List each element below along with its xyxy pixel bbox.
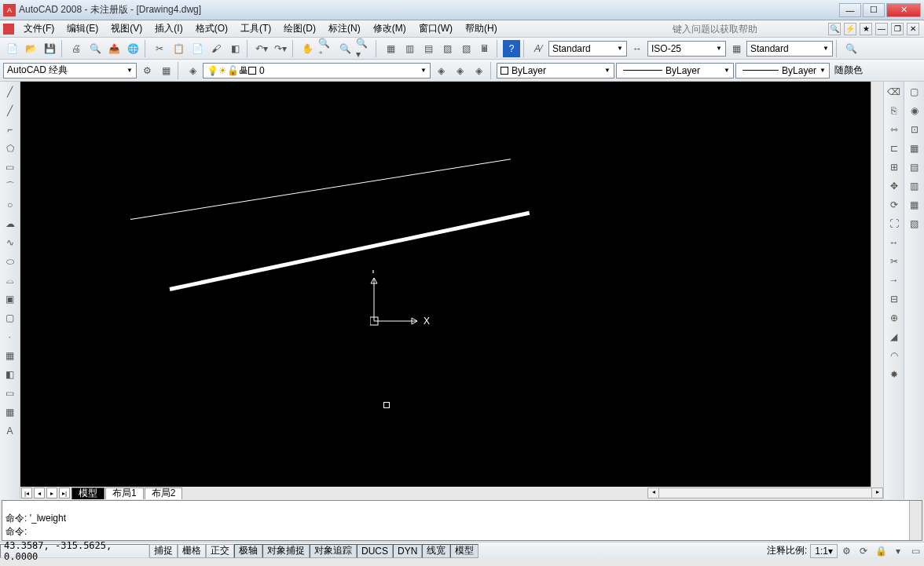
undo-button[interactable]: ↶▾ bbox=[253, 40, 270, 57]
tablestyle-combo[interactable]: Standard▼ bbox=[746, 41, 833, 57]
circle-tool[interactable]: ○ bbox=[2, 196, 19, 214]
palette-3[interactable]: ▦ bbox=[906, 196, 923, 214]
palette-2[interactable]: ▥ bbox=[906, 177, 923, 195]
array-tool[interactable]: ⊞ bbox=[886, 159, 903, 176]
lineweight-combo[interactable]: ByLayer▼ bbox=[735, 63, 830, 79]
tp-button[interactable]: ▤ bbox=[420, 40, 437, 57]
revcloud-tool[interactable]: ☁ bbox=[2, 215, 19, 232]
calc-button[interactable]: 🖩 bbox=[476, 40, 493, 57]
status-lock-button[interactable]: 🔒 bbox=[872, 542, 889, 560]
grid-toggle[interactable]: 栅格 bbox=[178, 544, 206, 558]
ssm-button[interactable]: ▨ bbox=[438, 40, 456, 57]
rotate-tool[interactable]: ⟳ bbox=[886, 196, 903, 214]
insert-tool[interactable]: ▣ bbox=[2, 290, 19, 308]
doc-restore-button[interactable]: ❐ bbox=[891, 23, 904, 35]
dimstyle-icon[interactable]: ↔ bbox=[629, 40, 646, 57]
textstyle-combo[interactable]: Standard▼ bbox=[548, 41, 627, 57]
scale-tool[interactable]: ⛶ bbox=[886, 215, 903, 232]
menu-window[interactable]: 窗口(W) bbox=[412, 20, 459, 37]
region-tool[interactable]: ▭ bbox=[2, 385, 19, 402]
rect-tool[interactable]: ▭ bbox=[2, 159, 19, 176]
tab-first[interactable]: |◂ bbox=[21, 487, 32, 498]
layer-states-button[interactable]: ◈ bbox=[432, 62, 449, 79]
pan-button[interactable]: ✋ bbox=[299, 40, 316, 57]
menu-help[interactable]: 帮助(H) bbox=[459, 20, 504, 37]
extend-tool[interactable]: → bbox=[886, 272, 903, 289]
menu-edit[interactable]: 编辑(E) bbox=[60, 20, 104, 37]
tab-model[interactable]: 模型 bbox=[72, 487, 104, 499]
tab-next[interactable]: ▸ bbox=[46, 487, 57, 498]
publish-button[interactable]: 📤 bbox=[105, 40, 123, 57]
copy-tool[interactable]: ⎘ bbox=[886, 102, 903, 119]
tab-prev[interactable]: ◂ bbox=[34, 487, 45, 498]
menu-dim[interactable]: 标注(N) bbox=[322, 20, 367, 37]
redo-button[interactable]: ↷▾ bbox=[272, 40, 289, 57]
zoom-window-button[interactable]: 🔍▾ bbox=[355, 40, 372, 57]
hatch-tool[interactable]: ▦ bbox=[2, 347, 19, 364]
block-tool[interactable]: ▢ bbox=[2, 309, 19, 327]
tablestyle-icon[interactable]: ▦ bbox=[728, 40, 745, 57]
zoom-rt-button[interactable]: 🔍⁺ bbox=[317, 40, 335, 57]
color-combo[interactable]: ByLayer▼ bbox=[497, 63, 614, 79]
annoscale-combo[interactable]: 1:1 ▾ bbox=[810, 544, 838, 558]
minimize-button[interactable]: — bbox=[839, 3, 861, 17]
help-button[interactable]: ? bbox=[503, 40, 520, 57]
layer-prev-button[interactable]: ◈ bbox=[451, 62, 468, 79]
preview-button[interactable]: 🔍 bbox=[86, 40, 104, 57]
explode-tool[interactable]: ✸ bbox=[886, 366, 903, 383]
star-icon[interactable]: ★ bbox=[860, 23, 872, 35]
close-button[interactable]: ✕ bbox=[886, 3, 921, 17]
coordinates-readout[interactable]: 43.3587, -315.5625, 0.0000 bbox=[0, 544, 149, 558]
otrack-toggle[interactable]: 对象追踪 bbox=[310, 544, 357, 558]
palette-4[interactable]: ▧ bbox=[906, 215, 923, 232]
block-button[interactable]: ◧ bbox=[226, 40, 244, 57]
vscrollbar[interactable] bbox=[871, 82, 883, 487]
polygon-tool[interactable]: ⬠ bbox=[2, 140, 19, 157]
erase-tool[interactable]: ⌫ bbox=[886, 83, 903, 100]
menu-format[interactable]: 格式(O) bbox=[189, 20, 234, 37]
doc-close-button[interactable]: ✕ bbox=[907, 23, 919, 35]
zoom-prev-button[interactable]: 🔍 bbox=[336, 40, 354, 57]
ducs-toggle[interactable]: DUCS bbox=[357, 544, 393, 558]
fillet-tool[interactable]: ◠ bbox=[886, 347, 903, 364]
match-button[interactable]: 🖌 bbox=[207, 40, 225, 57]
command-scrollbar[interactable] bbox=[909, 501, 922, 540]
maximize-button[interactable]: ☐ bbox=[863, 3, 885, 17]
model-toggle[interactable]: 模型 bbox=[450, 544, 478, 558]
move-tool[interactable]: ✥ bbox=[886, 177, 903, 195]
gradient-tool[interactable]: ◧ bbox=[2, 366, 19, 383]
dc-button[interactable]: ▥ bbox=[401, 40, 418, 57]
trim-tool[interactable]: ✂ bbox=[886, 253, 903, 270]
cut-button[interactable]: ✂ bbox=[151, 40, 168, 57]
textstyle-icon[interactable]: A⁄ bbox=[530, 40, 547, 57]
offset-tool[interactable]: ⊏ bbox=[886, 140, 903, 157]
doc-min-button[interactable]: — bbox=[875, 23, 888, 35]
xline-tool[interactable]: ╱ bbox=[2, 102, 19, 119]
point-tool[interactable]: · bbox=[2, 328, 19, 345]
markup-button[interactable]: ▧ bbox=[457, 40, 475, 57]
arc-tool[interactable]: ⌒ bbox=[2, 177, 19, 195]
layer-mgr-button[interactable]: ◈ bbox=[184, 62, 201, 79]
search-icon[interactable]: 🔍 bbox=[828, 23, 841, 35]
line-tool[interactable]: ╱ bbox=[2, 83, 19, 100]
ellipsearc-tool[interactable]: ⌓ bbox=[2, 272, 19, 289]
open-button[interactable]: 📂 bbox=[22, 40, 39, 57]
polar-toggle[interactable]: 极轴 bbox=[234, 544, 262, 558]
drawing-canvas[interactable]: X Y bbox=[20, 82, 871, 487]
ellipse-tool[interactable]: ⬭ bbox=[2, 253, 19, 270]
command-prompt[interactable]: 命令: bbox=[6, 525, 906, 539]
menu-draw[interactable]: 绘图(D) bbox=[277, 20, 322, 37]
status-tray-button[interactable]: ▾ bbox=[889, 542, 907, 560]
anno-auto-button[interactable]: ⟳ bbox=[855, 542, 872, 560]
linetype-combo[interactable]: ByLayer▼ bbox=[616, 63, 734, 79]
anno-vis-button[interactable]: ⚙ bbox=[838, 542, 855, 560]
snap-toggle[interactable]: 捕捉 bbox=[149, 544, 178, 558]
vp-top[interactable]: ⊡ bbox=[906, 121, 923, 138]
find-button[interactable]: 🔍 bbox=[842, 40, 860, 57]
plot-button[interactable]: 🌐 bbox=[124, 40, 141, 57]
menu-insert[interactable]: 插入(I) bbox=[148, 20, 189, 37]
props-button[interactable]: ▦ bbox=[382, 40, 399, 57]
3dorbit[interactable]: ◉ bbox=[906, 102, 923, 119]
break-tool[interactable]: ⊟ bbox=[886, 290, 903, 308]
dimstyle-combo[interactable]: ISO-25▼ bbox=[647, 41, 726, 57]
